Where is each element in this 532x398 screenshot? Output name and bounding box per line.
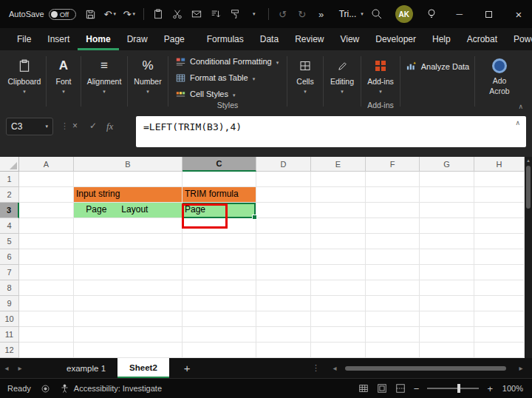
cell-F4[interactable] [366, 218, 420, 234]
cell-H9[interactable] [474, 296, 525, 311]
document-title[interactable]: Tri...▾ [339, 9, 364, 19]
cut-button[interactable] [168, 4, 186, 24]
undo-disabled-button[interactable]: ↺ [274, 4, 292, 24]
cell-F7[interactable] [366, 265, 420, 280]
editing-group[interactable]: Editing ▾ [324, 50, 361, 112]
cell-E9[interactable] [311, 296, 366, 311]
enter-button[interactable]: ✓ [89, 121, 97, 131]
undo-button[interactable]: ↶▾ [101, 4, 119, 24]
restore-button[interactable] [474, 0, 504, 28]
cell-F1[interactable] [366, 172, 420, 187]
save-button[interactable] [82, 4, 100, 24]
cell-E11[interactable] [311, 327, 366, 343]
cell-F8[interactable] [366, 280, 420, 296]
cell-A5[interactable] [19, 234, 74, 249]
name-box[interactable]: C3▾ [6, 118, 53, 135]
analyze-data-button[interactable]: Analyze Data [406, 61, 469, 72]
cell-A1[interactable] [19, 172, 74, 187]
minimize-button[interactable]: ─ [445, 0, 474, 28]
cell-H11[interactable] [474, 327, 525, 343]
cell-E3[interactable] [311, 203, 366, 218]
collapse-formula-bar-button[interactable]: ∧ [515, 119, 520, 127]
cell-D3[interactable] [256, 203, 311, 218]
font-group[interactable]: A Font ▾ [47, 50, 81, 112]
toolbar-overflow-button[interactable]: » [313, 4, 330, 24]
number-group[interactable]: % Number ▾ [128, 50, 168, 112]
row-header-10[interactable]: 10 [0, 311, 19, 327]
cell-A11[interactable] [19, 327, 74, 343]
menu-item-formulas[interactable]: Formulas [199, 28, 252, 50]
menu-item-insert[interactable]: Insert [39, 28, 78, 50]
cell-D6[interactable] [256, 249, 311, 265]
cell-E7[interactable] [311, 265, 366, 280]
adobe-acrobat-group[interactable]: Ado Acrob [475, 50, 524, 112]
row-header-5[interactable]: 5 [0, 234, 19, 249]
horizontal-scrollbar[interactable] [345, 365, 511, 371]
cell-B9[interactable] [74, 296, 183, 311]
cell-F9[interactable] [366, 296, 420, 311]
select-all-button[interactable] [0, 157, 19, 172]
new-sheet-button[interactable]: + [184, 362, 191, 374]
page-break-view-button[interactable] [395, 383, 406, 394]
cell-B3[interactable]: Page Layout [74, 203, 183, 218]
row-header-12[interactable]: 12 [0, 343, 19, 358]
vertical-scrollbar[interactable]: ▴ [525, 157, 532, 358]
qat-dropdown-button[interactable]: ▾ [245, 4, 263, 24]
cell-F11[interactable] [366, 327, 420, 343]
cell-E5[interactable] [311, 234, 366, 249]
cell-C8[interactable] [183, 280, 256, 296]
row-header-6[interactable]: 6 [0, 249, 19, 265]
column-header-H[interactable]: H [474, 157, 525, 172]
cell-F6[interactable] [366, 249, 420, 265]
menu-item-draw[interactable]: Draw [119, 28, 156, 50]
menu-item-power-pivot[interactable]: Power Pivot [505, 28, 532, 50]
cell-F10[interactable] [366, 311, 420, 327]
cell-E1[interactable] [311, 172, 366, 187]
cell-F5[interactable] [366, 234, 420, 249]
cell-D11[interactable] [256, 327, 311, 343]
zoom-out-button[interactable]: − [414, 383, 420, 394]
column-header-B[interactable]: B [74, 157, 183, 172]
conditional-formatting-button[interactable]: Conditional Formatting ▾ [176, 53, 279, 70]
cell-F12[interactable] [366, 343, 420, 358]
sheet-tab-sheet2[interactable]: Sheet2 [117, 358, 169, 378]
cell-G8[interactable] [420, 280, 474, 296]
close-button[interactable]: × [504, 0, 532, 28]
menu-item-developer[interactable]: Developer [367, 28, 424, 50]
row-header-3[interactable]: 3 [0, 203, 19, 218]
cell-H6[interactable] [474, 249, 525, 265]
menu-item-help[interactable]: Help [424, 28, 459, 50]
format-as-table-button[interactable]: Format as Table ▾ [176, 70, 255, 86]
cell-A7[interactable] [19, 265, 74, 280]
scroll-up-icon[interactable]: ▴ [527, 157, 530, 164]
cell-G6[interactable] [420, 249, 474, 265]
paste-button[interactable] [149, 4, 167, 24]
cell-D2[interactable] [256, 187, 311, 203]
cell-G10[interactable] [420, 311, 474, 327]
menu-item-data[interactable]: Data [252, 28, 287, 50]
scroll-right-button[interactable]: ▸ [514, 358, 528, 378]
cell-A12[interactable] [19, 343, 74, 358]
row-header-4[interactable]: 4 [0, 218, 19, 234]
cell-A2[interactable] [19, 187, 74, 203]
cell-D8[interactable] [256, 280, 311, 296]
addins-group[interactable]: Add-ins ▾ Add-ins [361, 50, 400, 112]
cell-E4[interactable] [311, 218, 366, 234]
cell-B7[interactable] [74, 265, 183, 280]
cell-A3[interactable] [19, 203, 74, 218]
row-header-11[interactable]: 11 [0, 327, 19, 343]
cell-C7[interactable] [183, 265, 256, 280]
cell-H4[interactable] [474, 218, 525, 234]
cell-B8[interactable] [74, 280, 183, 296]
row-header-7[interactable]: 7 [0, 265, 19, 280]
insert-function-button[interactable]: fx [106, 121, 113, 132]
row-header-2[interactable]: 2 [0, 187, 19, 203]
cell-F3[interactable] [366, 203, 420, 218]
vertical-scroll-thumb[interactable] [526, 166, 531, 209]
menu-item-home[interactable]: Home [78, 28, 118, 50]
cell-D7[interactable] [256, 265, 311, 280]
cell-G11[interactable] [420, 327, 474, 343]
cell-A9[interactable] [19, 296, 74, 311]
cells-group[interactable]: Cells ▾ [287, 50, 323, 112]
sheet-tab-example-1[interactable]: example 1 [55, 358, 117, 378]
